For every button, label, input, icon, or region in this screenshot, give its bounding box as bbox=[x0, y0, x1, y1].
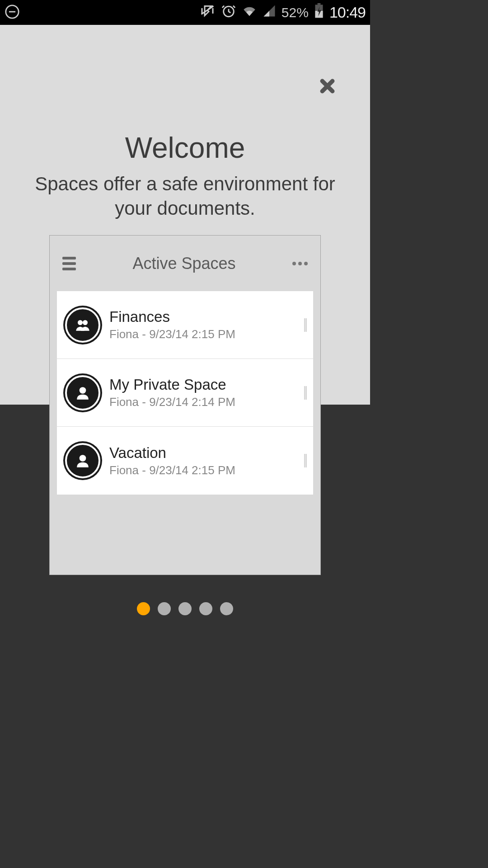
battery-percentage: 52% bbox=[282, 5, 309, 20]
status-bar: 52% 10:49 bbox=[0, 0, 370, 25]
mock-app-frame: Active Spaces Finances Fiona - 9/23/14 2… bbox=[49, 235, 321, 575]
list-item: Vacation Fiona - 9/23/14 2:15 PM bbox=[57, 427, 313, 495]
onboarding-title: Welcome bbox=[0, 131, 370, 165]
page-dot-2[interactable] bbox=[158, 602, 171, 615]
vibrate-silent-icon bbox=[199, 3, 216, 22]
signal-icon bbox=[263, 4, 276, 21]
mock-header: Active Spaces bbox=[50, 236, 320, 291]
list-item: Finances Fiona - 9/23/14 2:15 PM bbox=[57, 291, 313, 359]
mock-spaces-list: Finances Fiona - 9/23/14 2:15 PM My Priv… bbox=[57, 291, 313, 495]
mock-header-title: Active Spaces bbox=[132, 254, 235, 273]
more-dots-icon bbox=[292, 262, 308, 265]
space-name: My Private Space bbox=[109, 376, 304, 393]
do-not-disturb-icon bbox=[5, 4, 20, 21]
clock-time: 10:49 bbox=[329, 4, 366, 21]
drag-handle-icon bbox=[304, 386, 307, 400]
space-meta: Fiona - 9/23/14 2:15 PM bbox=[109, 463, 304, 477]
status-left bbox=[5, 4, 20, 21]
drag-handle-icon bbox=[304, 454, 307, 467]
drag-handle-icon bbox=[304, 318, 307, 332]
status-right: 52% 10:49 bbox=[199, 3, 366, 22]
person-avatar-icon bbox=[63, 373, 102, 412]
list-item-content: Finances Fiona - 9/23/14 2:15 PM bbox=[109, 308, 304, 341]
space-meta: Fiona - 9/23/14 2:15 PM bbox=[109, 327, 304, 341]
page-dot-4[interactable] bbox=[199, 602, 212, 615]
person-avatar-icon bbox=[63, 441, 102, 480]
onboarding-subtitle: Spaces offer a safe environment for your… bbox=[22, 172, 348, 221]
page-dot-5[interactable] bbox=[220, 602, 233, 615]
svg-point-6 bbox=[78, 320, 83, 325]
battery-charging-icon bbox=[314, 3, 324, 22]
svg-point-8 bbox=[80, 387, 86, 394]
space-name: Finances bbox=[109, 308, 304, 326]
alarm-icon bbox=[221, 3, 236, 22]
pagination-dots[interactable] bbox=[0, 602, 370, 615]
page-dot-1[interactable] bbox=[137, 602, 150, 615]
hamburger-icon bbox=[62, 257, 76, 270]
space-meta: Fiona - 9/23/14 2:14 PM bbox=[109, 395, 304, 409]
space-name: Vacation bbox=[109, 444, 304, 462]
list-item: My Private Space Fiona - 9/23/14 2:14 PM bbox=[57, 359, 313, 427]
page-dot-3[interactable] bbox=[178, 602, 192, 615]
svg-rect-4 bbox=[318, 3, 321, 5]
close-icon bbox=[317, 76, 338, 96]
close-button[interactable] bbox=[317, 76, 338, 96]
wifi-icon bbox=[242, 3, 257, 22]
svg-point-7 bbox=[83, 320, 88, 325]
group-avatar-icon bbox=[63, 306, 102, 344]
list-item-content: Vacation Fiona - 9/23/14 2:15 PM bbox=[109, 444, 304, 477]
svg-point-9 bbox=[80, 455, 86, 462]
list-item-content: My Private Space Fiona - 9/23/14 2:14 PM bbox=[109, 376, 304, 409]
